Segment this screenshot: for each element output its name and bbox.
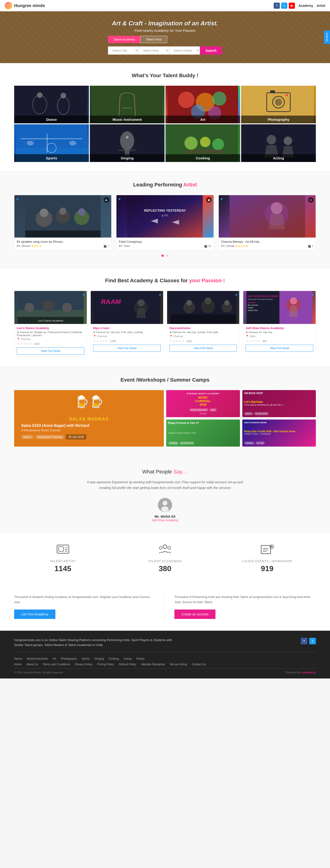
create-account-button[interactable]: Create an account [174,610,215,619]
footer-link-photography[interactable]: Photography [61,657,77,660]
artist-footer-0: Ek ajnabee song cover by Dhroov... BY: d… [15,238,111,250]
academy-btn-0[interactable]: View Full Detail [17,347,84,354]
artist-card-2[interactable]: ♥ £ Channa Mereya - [219,195,316,250]
footer-link-cooking[interactable]: Cooking [109,657,119,660]
events-side-tab[interactable]: Events [324,31,330,44]
academy-famous-2: ★ Famous for: Hip hop, Zumba, Free style [169,331,237,334]
footer-link-art[interactable]: Art [53,657,56,660]
tab-talent-artist[interactable]: Talent Artist [140,36,167,43]
academy-fav-2[interactable]: ♥ [235,293,238,297]
list-academy-button[interactable]: List Your Academy [14,610,55,619]
nav-academy[interactable]: Academy [298,4,313,7]
talent-card-photography[interactable]: Photography [241,86,316,123]
footer: Hungreeminds.com is an Online Talent Sha… [0,631,330,679]
dot-1[interactable] [162,254,164,257]
artist-heart-2[interactable]: ♥ [221,197,223,201]
footer-copyright: © 2018 Hungree Minds. All rights reserve… [14,671,64,674]
events-section: Event /Workshops / Summer Camps 🍺🍺 SALSA… [0,368,330,456]
youtube-icon[interactable]: ▶ [289,3,295,9]
svg-text:ZUMBA: ZUMBA [248,307,254,309]
facebook-icon[interactable]: f [274,3,280,9]
footer-link-music[interactable]: MusicInstrument [27,657,48,660]
footer-link-sports[interactable]: Sports [82,657,90,660]
talent-card-dance[interactable]: Dance [14,86,89,123]
footer-link-hiring[interactable]: We are Hiring [170,663,187,666]
svg-point-4 [61,93,66,98]
talent-card-music[interactable]: Music Instrument [90,86,165,123]
academy-card-1[interactable]: ♥ RAAM Hips n toez ★ Famous for: Hip hop… [90,291,163,357]
academy-btn-3[interactable]: View Full Detail [246,345,313,352]
footer-link-privacy[interactable]: Privacy Policy [75,663,92,666]
event-small-bachata[interactable]: OM BOOK SHOP Let's Bachata: A Fun Dance … [242,390,316,417]
svg-rect-21 [21,138,82,139]
event-tag-workshop[interactable]: Workshop & Training [35,435,64,439]
academy-famous-1: ★ Famous for: Hip hop, Free style, Locki… [93,331,161,334]
footer-links-row2: Home About Us Terms and Conditions Priva… [14,663,316,666]
academy-btn-1[interactable]: View Full Detail [93,345,161,352]
footer-link-dance[interactable]: Dance [14,657,22,660]
footer-twitter-icon[interactable]: t [309,638,316,644]
twitter-icon[interactable]: t [281,3,287,9]
artist-heart-0[interactable]: ♥ [16,197,19,201]
stat-academies-label: TALENT ACADEMIES [116,559,214,563]
stats-grid: TALENT ARTIST 1145 TALENT ACADEMIES 380 [14,543,316,573]
city-select[interactable]: Select City [108,46,139,55]
academy-fav-0[interactable]: ♥ [83,293,85,297]
svg-point-74 [224,300,229,305]
footer-link-singing[interactable]: Singing [94,657,104,660]
cta-right: Thousand of Performing Artist are showin… [165,590,316,624]
event-main[interactable]: 🍺🍺 SALSA MADRAS Salsa S103 (Anna Nagar) … [14,390,164,446]
logo[interactable]: 🧠 Hungree minds [5,2,45,9]
footer-link-pricing[interactable]: Pricing Policy [97,663,114,666]
footer-facebook-icon[interactable]: f [301,638,307,644]
hero-tabs: Talent Academy Talent Artist [108,36,222,43]
svg-rect-64 [94,291,160,324]
search-button[interactable]: Search [200,46,222,55]
area-select[interactable]: Select Area [139,46,169,55]
events-right-bottom: Maggi Festival at Cafe 27 Kasbah Colony … [166,420,316,446]
footer-link-acting[interactable]: Acting [124,657,132,660]
avatar-svg [158,498,172,512]
event-small-maggi[interactable]: Maggi Festival at Cafe 27 Kasbah Colony … [166,420,240,446]
dot-2[interactable] [166,254,168,257]
talent-card-art[interactable]: Art [165,86,240,123]
footer-link-terms[interactable]: Terms and Conditions [43,663,70,666]
artist-play-1[interactable]: ⏰ [206,197,212,203]
academy-card-3[interactable]: ♥ ADIL KHAN DANCE ACADEMY DISCOVER THE D… [243,291,316,357]
footer-link-contact[interactable]: Contact Us [192,663,206,666]
artist-heart-1[interactable]: ♥ [118,197,121,201]
talent-card-acting[interactable]: Acting [241,124,316,162]
stat-events-value: 919 [219,564,316,573]
talent-card-cooking[interactable]: Cooking [165,124,240,162]
artist-section-title: Leading Performing Artist [14,182,316,188]
academy-btn-2[interactable]: View Full Detail [169,345,237,352]
academy-fav-3[interactable]: ♥ [312,293,314,297]
footer-link-refund[interactable]: Refund Policy [119,663,136,666]
academy-card-0[interactable]: ♥ Leo's Dance Academy Leo's Dance Academ… [14,291,87,357]
search-bar: Select City Select Area Select Hobby Sea… [108,46,222,55]
academy-stars-2: ★★★★★ [169,339,185,343]
tab-talent-academy[interactable]: Talent Academy [108,36,140,43]
artist-footer-1: Fatal Conspiracy BY: Paul 🎬 23 [116,238,213,250]
academy-card-2[interactable]: ♥ Danceextreme ★ Famous for: Hip hop, Zu… [167,291,240,357]
nav-artist[interactable]: Artist [317,4,325,7]
academy-fav-1[interactable]: ♥ [159,293,161,297]
footer-link-poetry[interactable]: Poetry [136,657,144,660]
event-small-strings[interactable]: STRINGS MUSIC ACADEMY MUSICCARNIVAL2018 … [166,390,240,417]
svg-point-94 [163,545,167,549]
artist-card-1[interactable]: ♥ ⏰ REFLECTING YESTERDAY @ MIT [116,195,214,250]
svg-point-25 [69,141,76,146]
artist-svg-1: REFLECTING YESTERDAY @ MIT [116,195,213,238]
footer-link-home[interactable]: Home [14,663,22,666]
footer-link-about[interactable]: About Us [26,663,38,666]
hobby-select[interactable]: Select Hobby [169,46,200,55]
footer-link-disclaimer[interactable]: Website Disclaimer [141,663,165,666]
artist-play-2[interactable]: £ [308,197,314,203]
artist-card-0[interactable]: ♥ ▶ Ek ajnabee song cover by Dhroov... B… [14,195,111,250]
event-small-fashion[interactable]: KIDS FASHION SHOW Rising Star of India 2… [242,420,316,446]
event-tag-dance[interactable]: Dance [21,435,33,439]
talent-card-sports[interactable]: Sports [14,124,89,162]
talent-card-singing[interactable]: Singing [90,124,165,162]
acting-label: Acting [241,154,316,162]
artist-by-1: BY: Paul [119,244,130,248]
